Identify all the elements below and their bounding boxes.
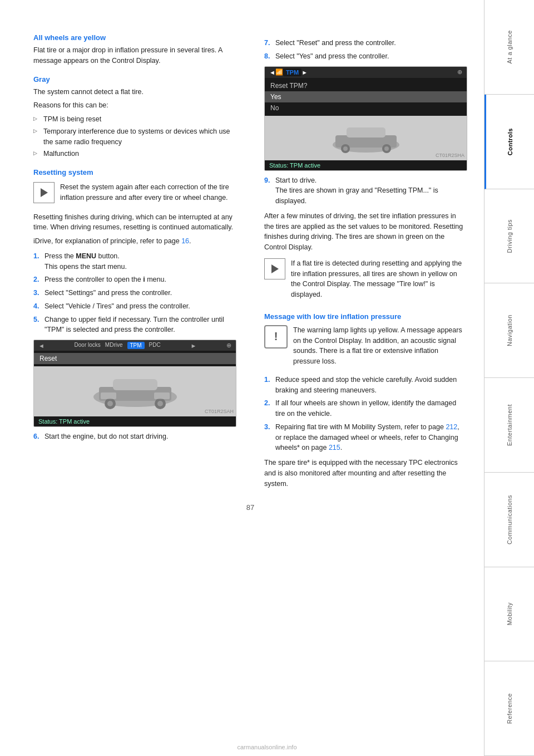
car-svg-1 [85, 369, 185, 414]
spare-tire-note: The spare tire* is equipped with the nec… [264, 458, 467, 489]
step-7-num: 7. [264, 38, 270, 48]
svg-rect-11 [347, 127, 385, 138]
sidebar-section-entertainment[interactable]: Entertainment [484, 378, 534, 473]
screen-no: No [265, 102, 467, 114]
screen-nav-bar: ◄ Door locks MDrive TPM PDC ► ⊕ [34, 340, 236, 351]
svg-point-15 [384, 146, 389, 151]
svg-point-6 [157, 401, 163, 406]
sidebar-label-navigation: Navigation [506, 315, 513, 346]
sidebar-label-communications: Communications [506, 495, 513, 544]
page-container: All wheels are yellow Flat tire or a maj… [0, 0, 534, 756]
reasons-list: TPM is being reset Temporary interferenc… [33, 114, 236, 159]
screen-left-arrow: ◄ [269, 69, 275, 76]
step6-list: 6. Start the engine, but do not start dr… [33, 431, 236, 442]
heading-resetting: Resetting system [33, 168, 236, 176]
sidebar: At a glance Controls Driving tips Naviga… [484, 0, 534, 756]
nav-items: Door locks MDrive TPM PDC [75, 342, 161, 349]
step-8-num: 8. [264, 51, 270, 62]
step-1-num: 1. [33, 251, 39, 262]
sidebar-label-reference: Reference [506, 693, 513, 724]
screen-image-2: ◄ 📶 TPM ► ⊕ Reset TPM? Yes No [264, 66, 467, 171]
sidebar-section-driving-tips[interactable]: Driving tips [484, 189, 534, 284]
right-column: 7. Select "Reset" and press the controll… [259, 33, 467, 492]
svg-point-4 [107, 401, 113, 406]
resetting-desc: Resetting finishes during driving, which… [33, 212, 236, 233]
image-note-2: CT01R2SHA [436, 153, 464, 158]
page-number: 87 [33, 503, 467, 512]
warning-note-box: ! The warning lamp lights up yellow. A m… [264, 325, 467, 370]
low-step-3: 3. Repairing flat tire with M Mobility S… [264, 422, 467, 453]
svg-point-13 [343, 146, 348, 151]
car-svg-2 [324, 120, 408, 156]
play-triangle-icon [41, 188, 48, 197]
warning-note-text: The warning lamp lights up yellow. A mes… [293, 325, 467, 367]
para-gray-desc: The system cannot detect a flat tire. [33, 87, 236, 97]
low-step-1: 1. Reduce speed and stop the vehicle car… [264, 375, 467, 396]
sidebar-label-driving-tips: Driving tips [506, 219, 513, 253]
step-8: 8. Select "Yes" and press the controller… [264, 51, 467, 62]
step-7: 7. Select "Reset" and press the controll… [264, 38, 467, 48]
screen-image-1: ◄ Door locks MDrive TPM PDC ► ⊕ Reset [33, 340, 236, 427]
screen-settings-btn: ⊕ [457, 68, 462, 76]
main-content: All wheels are yellow Flat tire or a maj… [0, 0, 484, 756]
nav-settings-icon: ⊕ [226, 342, 231, 349]
screen-status-1: Status: TPM active [34, 416, 236, 426]
screen-right-arrow: ► [301, 69, 308, 76]
reset-note-box: Reset the system again after each correc… [33, 182, 236, 207]
warning-icon: ! [264, 325, 288, 348]
heading-all-wheels-yellow: All wheels are yellow [33, 33, 236, 42]
low-step-2: 2. If all four wheels are shown in yello… [264, 398, 467, 419]
screen-car-area-2: CT01R2SHA [265, 116, 467, 160]
para-reasons: Reasons for this can be: [33, 100, 236, 111]
heading-low-pressure: Message with low tire inflation pressure [264, 312, 467, 321]
sidebar-label-entertainment: Entertainment [506, 404, 513, 446]
screen-tpm-label: TPM [283, 68, 301, 76]
sidebar-section-communications[interactable]: Communications [484, 473, 534, 567]
step-6-num: 6. [33, 431, 39, 442]
bullet-item-3: Malfunction [33, 149, 236, 159]
nav-mdrive: MDrive [105, 342, 123, 349]
play-icon [33, 182, 55, 203]
play-triangle-icon-2 [271, 264, 279, 273]
two-col-layout: All wheels are yellow Flat tire or a maj… [33, 33, 467, 492]
flat-tire-note-box: If a flat tire is detected during resett… [264, 258, 467, 303]
low-step-2-num: 2. [264, 398, 270, 409]
step-1: 1. Press the MENU button.This opens the … [33, 251, 236, 272]
sidebar-section-at-a-glance[interactable]: At a glance [484, 0, 534, 95]
screen-menu-1: Reset [34, 351, 236, 366]
step-9: 9. Start to drive.The tires are shown in… [264, 175, 467, 207]
svg-rect-8 [154, 392, 170, 399]
nav-pdc: PDC [149, 342, 161, 349]
reset-note-text: Reset the system again after each correc… [60, 182, 236, 203]
page-link-215[interactable]: 215 [329, 444, 340, 451]
step-4: 4. Select "Vehicle / Tires" and press th… [33, 301, 236, 312]
screen-status-2: Status: TPM active [265, 160, 467, 170]
reset-steps-list: 1. Press the MENU button.This opens the … [33, 251, 236, 335]
watermark: carmanualsonline.info [237, 744, 296, 750]
step-9-num: 9. [264, 175, 270, 186]
nav-door-locks: Door locks [75, 342, 101, 349]
svg-rect-7 [101, 392, 116, 399]
screen-menu-reset: Reset [34, 353, 236, 364]
screen-wifi-icon: 📶 [275, 68, 283, 76]
page-link-212[interactable]: 212 [446, 423, 457, 431]
i-bold: i [143, 276, 145, 283]
screen-menu-2: Reset TPM? Yes No [265, 78, 467, 116]
para-after-reset: After a few minutes of driving, the set … [264, 211, 467, 253]
sidebar-label-at-a-glance: At a glance [506, 30, 513, 64]
low-pressure-steps-list: 1. Reduce speed and stop the vehicle car… [264, 375, 467, 453]
para-yellow-desc: Flat tire or a major drop in inflation p… [33, 45, 236, 66]
step-2: 2. Press the controller to open the i me… [33, 274, 236, 285]
sidebar-section-mobility[interactable]: Mobility [484, 567, 534, 662]
page-link-16[interactable]: 16 [181, 237, 189, 245]
nav-arrow-left: ◄ [38, 342, 44, 349]
nav-tpm-active: TPM [127, 342, 145, 349]
sidebar-section-navigation[interactable]: Navigation [484, 283, 534, 378]
bullet-item-1: TPM is being reset [33, 114, 236, 125]
step9-list: 9. Start to drive.The tires are shown in… [264, 175, 467, 207]
image-note-1: CT01R2SAH [205, 409, 234, 414]
sidebar-section-reference[interactable]: Reference [484, 661, 534, 756]
svg-rect-2 [113, 379, 157, 390]
sidebar-section-controls[interactable]: Controls [484, 95, 534, 189]
step-3-num: 3. [33, 288, 39, 298]
